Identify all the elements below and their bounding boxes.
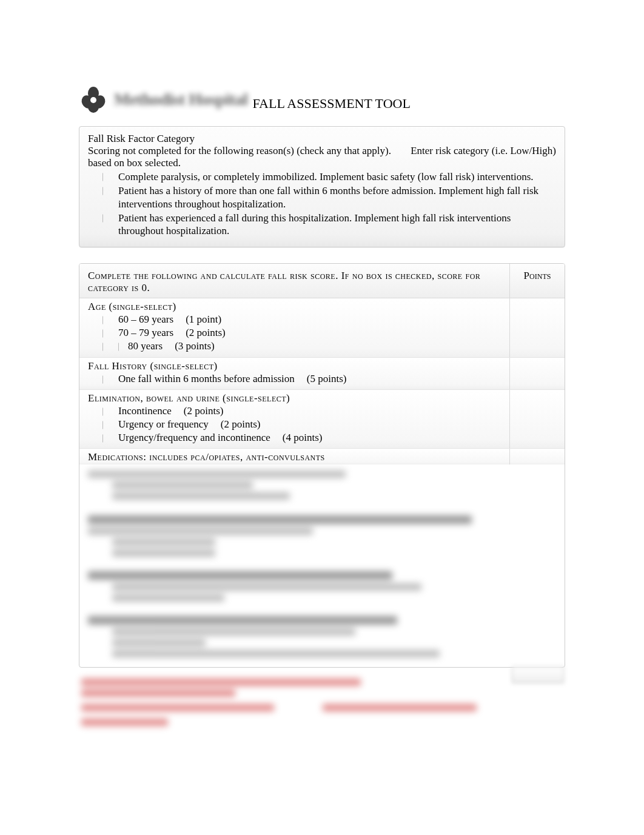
option-label: 70 – 79 years — [118, 327, 173, 338]
reason-text: Patient has a history of more than one f… — [118, 184, 556, 210]
points-cell[interactable] — [510, 298, 565, 357]
enter-risk-category-label: Enter risk category (i.e. Low/High) — [411, 145, 556, 157]
checkbox-icon[interactable]: ⎸ — [102, 184, 107, 196]
option-points: (2 points) — [186, 327, 226, 338]
option-row[interactable]: ⎸ 70 – 79 years(2 points) — [102, 326, 501, 340]
document-header: Methodist Hospital FALL ASSESSMENT TOOL — [79, 85, 565, 114]
checkbox-icon[interactable]: ⎸ — [102, 432, 107, 444]
checkbox-icon[interactable]: ⎸ — [118, 342, 126, 351]
points-cell[interactable] — [510, 358, 565, 389]
logo-block: Methodist Hospital — [79, 85, 247, 114]
reason-text: Complete paralysis, or completely immobi… — [118, 170, 534, 183]
points-cell[interactable] — [510, 449, 565, 464]
section-title-elimination: Elimination, bowel and urine (single-sel… — [88, 392, 501, 404]
option-points: (2 points) — [221, 418, 261, 430]
svg-point-4 — [90, 97, 96, 103]
page-title: FALL ASSESSMENT TOOL — [252, 96, 410, 114]
obscured-footer — [79, 679, 565, 726]
option-row[interactable]: ⎸ Urgency/frequency and incontinence(4 p… — [102, 431, 501, 444]
logo-icon — [79, 85, 108, 114]
reason-item[interactable]: ⎸ Patient has a history of more than one… — [102, 184, 556, 210]
option-label: Urgency or frequency — [118, 418, 209, 430]
checkbox-icon[interactable]: ⎸ — [102, 212, 107, 223]
reason-item[interactable]: ⎸ Complete paralysis, or completely immo… — [102, 170, 556, 183]
section-fall-history: Fall History (single-select) ⎸ One fall … — [79, 358, 565, 390]
option-label: 60 – 69 years — [118, 314, 173, 325]
section-medications: Medications: includes pca/opiates, anti-… — [79, 449, 565, 464]
section-title-age: Age (single-select) — [88, 301, 501, 313]
section-title-medications: Medications: includes pca/opiates, anti-… — [88, 451, 501, 463]
scoring-not-completed-label: Scoring not completed for the following … — [88, 145, 391, 157]
option-row[interactable]: ⎸ 60 – 69 years(1 point) — [102, 313, 501, 326]
reason-item[interactable]: ⎸ Patient has experienced a fall during … — [102, 212, 556, 238]
reasons-list: ⎸ Complete paralysis, or completely immo… — [88, 170, 556, 237]
checkbox-icon[interactable]: ⎸ — [102, 314, 107, 326]
option-label: Incontinence — [118, 405, 172, 417]
risk-category-panel: Fall Risk Factor Category Scoring not co… — [79, 126, 565, 247]
score-header-row: Complete the following and calculate fal… — [79, 264, 565, 298]
section-age: Age (single-select) ⎸ 60 – 69 years(1 po… — [79, 298, 565, 357]
option-points: (4 points) — [283, 432, 323, 443]
option-points: (3 points) — [175, 340, 215, 352]
option-points: (1 point) — [186, 314, 221, 325]
points-cell[interactable] — [510, 390, 565, 448]
checkbox-icon[interactable]: ⎸ — [102, 170, 107, 182]
checkbox-icon[interactable]: ⎸ — [102, 418, 107, 431]
points-header: Points — [510, 264, 565, 298]
checkbox-icon[interactable]: ⎸ — [102, 340, 107, 352]
option-row[interactable]: ⎸ Urgency or frequency(2 points) — [102, 418, 501, 431]
checkbox-icon[interactable]: ⎸ — [102, 373, 107, 385]
section-elimination: Elimination, bowel and urine (single-sel… — [79, 390, 565, 449]
option-row[interactable]: ⎸ ⎸80 years(3 points) — [102, 340, 501, 353]
option-label: 80 years — [128, 340, 163, 352]
obscured-content — [79, 464, 565, 667]
score-instruction: Complete the following and calculate fal… — [79, 264, 510, 298]
option-row[interactable]: ⎸ One fall within 6 months before admiss… — [102, 372, 501, 386]
section-title-fall-history: Fall History (single-select) — [88, 360, 501, 372]
reason-text: Patient has experienced a fall during th… — [118, 212, 556, 238]
based-on-label: based on box selected. — [88, 157, 556, 169]
option-points: (2 points) — [184, 405, 224, 417]
score-panel: Complete the following and calculate fal… — [79, 263, 565, 668]
option-points: (5 points) — [307, 373, 347, 384]
option-label: One fall within 6 months before admissio… — [118, 373, 295, 384]
logo-text: Methodist Hospital — [114, 90, 247, 109]
option-row[interactable]: ⎸ Incontinence(2 points) — [102, 404, 501, 418]
option-label: Urgency/frequency and incontinence — [118, 432, 270, 443]
risk-category-title: Fall Risk Factor Category — [88, 133, 556, 145]
checkbox-icon[interactable]: ⎸ — [102, 327, 107, 339]
checkbox-icon[interactable]: ⎸ — [102, 405, 107, 417]
